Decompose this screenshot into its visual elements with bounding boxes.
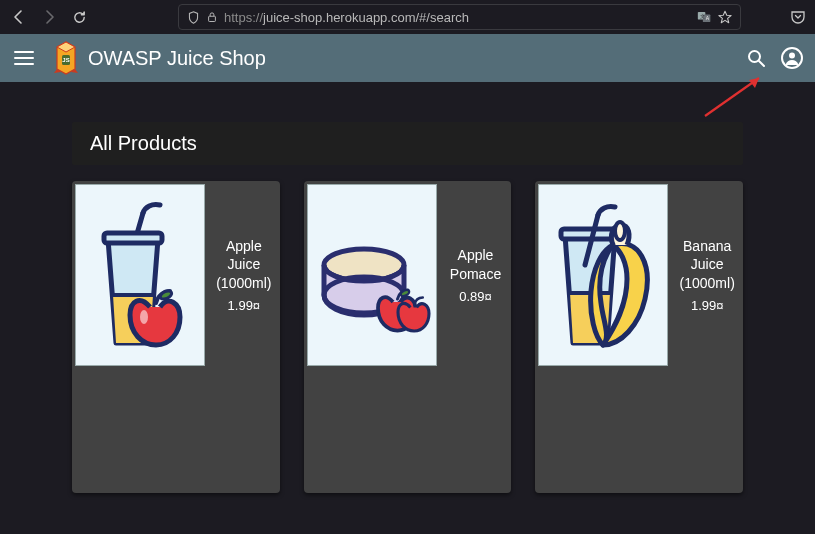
app-logo-icon: JS	[52, 42, 80, 74]
main-content: All Products	[0, 82, 815, 493]
lock-icon	[206, 11, 218, 23]
product-grid: Apple Juice (1000ml) 1.99¤	[0, 181, 815, 493]
product-name: Apple Juice (1000ml)	[212, 237, 276, 292]
product-image	[75, 184, 205, 366]
product-card[interactable]: Apple Pomace 0.89¤	[304, 181, 512, 493]
forward-button[interactable]	[38, 6, 60, 28]
address-bar[interactable]: https://juice-shop.herokuapp.com/#/searc…	[178, 4, 741, 30]
menu-button[interactable]	[12, 46, 36, 70]
product-image	[538, 184, 668, 366]
translate-icon[interactable]: 文A	[697, 10, 712, 24]
browser-toolbar: https://juice-shop.herokuapp.com/#/searc…	[0, 0, 815, 34]
svg-rect-0	[209, 16, 216, 21]
svg-line-11	[759, 61, 764, 66]
account-icon[interactable]	[781, 47, 803, 69]
search-icon[interactable]	[745, 47, 767, 69]
product-price: 0.89¤	[459, 289, 492, 304]
app-title: OWASP Juice Shop	[88, 47, 266, 70]
refresh-button[interactable]	[68, 6, 90, 28]
product-card[interactable]: Banana Juice (1000ml) 1.99¤	[535, 181, 743, 493]
svg-rect-17	[104, 233, 162, 243]
svg-point-13	[789, 53, 795, 59]
bookmark-star-icon[interactable]	[718, 10, 732, 24]
product-name: Apple Pomace	[444, 246, 508, 282]
back-button[interactable]	[8, 6, 30, 28]
header-right	[745, 47, 803, 69]
browser-right-icons	[789, 8, 807, 26]
url-text: https://juice-shop.herokuapp.com/#/searc…	[224, 10, 691, 25]
svg-text:JS: JS	[62, 57, 69, 63]
svg-text:文: 文	[700, 13, 705, 19]
app-header: JS OWASP Juice Shop	[0, 34, 815, 82]
product-image	[307, 184, 437, 366]
product-price: 1.99¤	[691, 298, 724, 313]
shield-icon	[187, 11, 200, 24]
product-card[interactable]: Apple Juice (1000ml) 1.99¤	[72, 181, 280, 493]
svg-point-20	[140, 310, 148, 324]
product-name: Banana Juice (1000ml)	[675, 237, 739, 292]
section-title: All Products	[72, 122, 743, 165]
pocket-icon[interactable]	[789, 8, 807, 26]
product-price: 1.99¤	[228, 298, 261, 313]
svg-point-27	[615, 222, 625, 240]
